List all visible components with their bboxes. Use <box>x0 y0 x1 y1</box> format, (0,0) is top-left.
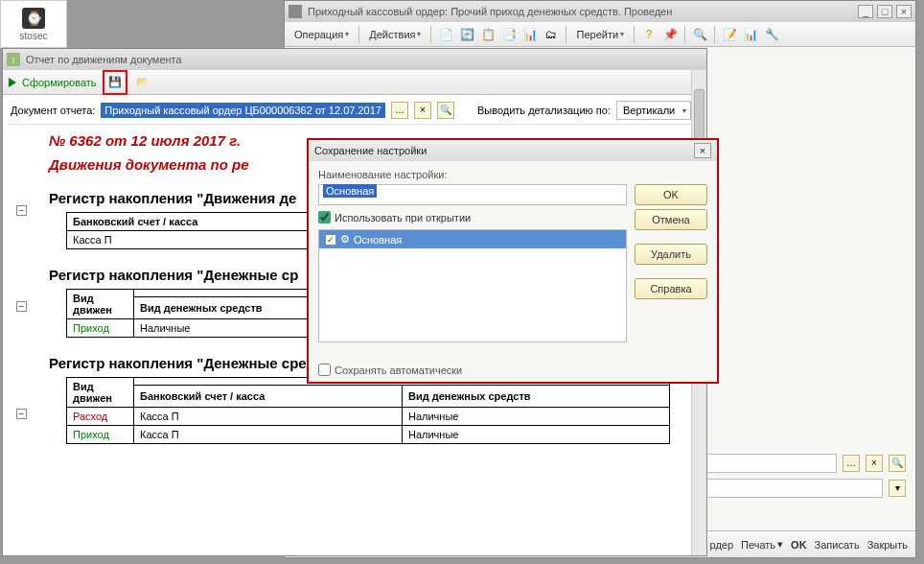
run-button[interactable]: Сформировать <box>22 77 97 88</box>
autosave-checkbox[interactable]: Сохранять автоматически <box>318 364 707 376</box>
operation-menu[interactable]: Операция <box>290 27 353 42</box>
search-button[interactable]: 🔍 <box>889 455 906 472</box>
dialog-titlebar: Сохранение настройки × <box>309 140 717 161</box>
actions-menu[interactable]: Действия <box>365 27 425 42</box>
tree-collapse[interactable]: − <box>16 205 27 216</box>
app-logo-corner: ⌚ stosec <box>0 0 67 48</box>
clear-button[interactable]: × <box>414 102 431 119</box>
table-cell: Наличные <box>403 408 670 426</box>
tree-collapse[interactable]: − <box>16 409 27 419</box>
toolbar-icon[interactable]: 📌 <box>661 26 679 43</box>
dialog-title: Сохранение настройки <box>314 145 427 156</box>
order-link[interactable]: рдер <box>710 539 734 551</box>
table-header: Вид движен <box>67 290 134 319</box>
toolbar-icon[interactable]: 🔧 <box>763 26 780 43</box>
search-button[interactable]: 🔍 <box>437 102 454 119</box>
dialog-close-button[interactable]: × <box>694 143 711 158</box>
help-icon[interactable]: ? <box>640 26 658 43</box>
detail-combo[interactable]: Вертикали <box>616 101 691 120</box>
ok-button[interactable]: OK <box>791 539 807 551</box>
close-button[interactable]: Закрыть <box>867 539 908 551</box>
save-settings-icon[interactable]: 💾 <box>105 73 125 92</box>
save-settings-dialog: Сохранение настройки × Наименование наст… <box>307 138 719 384</box>
print-link[interactable]: Печать ▾ <box>741 538 783 551</box>
toolbar-icon[interactable]: 🗂 <box>543 26 560 43</box>
report-filter-row: Документ отчета: Приходный кассовый орде… <box>3 95 706 126</box>
save-button[interactable]: Записать <box>815 539 860 551</box>
toolbar-icon[interactable]: 🔄 <box>458 26 475 43</box>
report-icon: ↕ <box>7 53 20 66</box>
tree-collapse[interactable]: − <box>16 301 27 312</box>
name-label: Наименование настройки: <box>318 169 707 180</box>
report-title: Отчет по движениям документа <box>26 54 182 65</box>
select-button[interactable]: … <box>391 102 408 119</box>
minimize-button[interactable]: _ <box>858 5 873 18</box>
select-button[interactable]: … <box>843 455 860 472</box>
report-titlebar: ↕ Отчет по движениям документа <box>3 49 706 70</box>
table-header: Вид денежных средств <box>403 386 670 408</box>
list-item[interactable]: ✓ ⚙ Основная <box>319 230 626 248</box>
doc-label: Документ отчета: <box>11 105 95 116</box>
toolbar-icon[interactable]: 📑 <box>500 26 518 43</box>
document-title: Приходный кассовый ордер: Прочий приход … <box>308 6 854 17</box>
toolbar-icon[interactable]: 📋 <box>479 26 497 43</box>
name-input[interactable]: Основная <box>318 184 627 205</box>
gear-icon: ⚙ <box>340 233 350 246</box>
table-cell: Касса П <box>134 408 403 426</box>
search-icon[interactable]: 🔍 <box>691 26 708 43</box>
logo-icon: ⌚ <box>22 8 45 29</box>
help-button[interactable]: Справка <box>635 278 707 299</box>
doc-value[interactable]: Приходный кассовый ордер ЦБ000006362 от … <box>101 103 385 118</box>
table-header: Вид движен <box>67 378 134 408</box>
settings-list[interactable]: ✓ ⚙ Основная <box>318 229 627 342</box>
table-header: Банковский счет / касса <box>134 386 403 408</box>
toolbar-icon[interactable]: 📄 <box>437 26 454 43</box>
use-on-open-checkbox[interactable]: Использовать при открытии <box>318 211 627 223</box>
load-settings-icon[interactable]: 📂 <box>133 73 152 92</box>
ok-button[interactable]: OK <box>635 184 707 205</box>
table-cell: Касса П <box>134 426 403 444</box>
close-button[interactable]: × <box>896 5 912 18</box>
report-toolbar: Сформировать 💾 📂 <box>3 70 706 95</box>
document-titlebar: Приходный кассовый ордер: Прочий приход … <box>285 1 915 22</box>
goto-menu[interactable]: Перейти <box>572 27 628 42</box>
cancel-button[interactable]: Отмена <box>635 209 707 230</box>
toolbar-icon[interactable]: 📊 <box>521 26 539 43</box>
delete-button[interactable]: Удалить <box>635 244 707 265</box>
table-cell: Наличные <box>403 426 670 444</box>
maximize-button[interactable]: □ <box>877 5 892 18</box>
table-cell: Расход <box>67 408 134 426</box>
table-cell: Приход <box>67 426 134 444</box>
dropdown-button[interactable]: ▾ <box>889 480 906 497</box>
table-3: Вид движен Банковский счет / касса Вид д… <box>66 377 670 444</box>
toolbar-icon[interactable]: 📊 <box>742 26 759 43</box>
document-icon <box>289 5 302 18</box>
clear-button[interactable]: × <box>866 455 883 472</box>
logo-text: stosec <box>20 31 48 41</box>
highlighted-save-settings: 💾 <box>103 70 127 95</box>
document-toolbar: Операция Действия 📄 🔄 📋 📑 📊 🗂 Перейти ? … <box>285 22 915 47</box>
toolbar-icon[interactable]: 📝 <box>721 26 738 43</box>
play-icon <box>9 78 16 87</box>
check-icon: ✓ <box>325 234 336 246</box>
detail-label: Выводить детализацию по: <box>477 105 611 116</box>
table-cell: Приход <box>67 319 134 338</box>
